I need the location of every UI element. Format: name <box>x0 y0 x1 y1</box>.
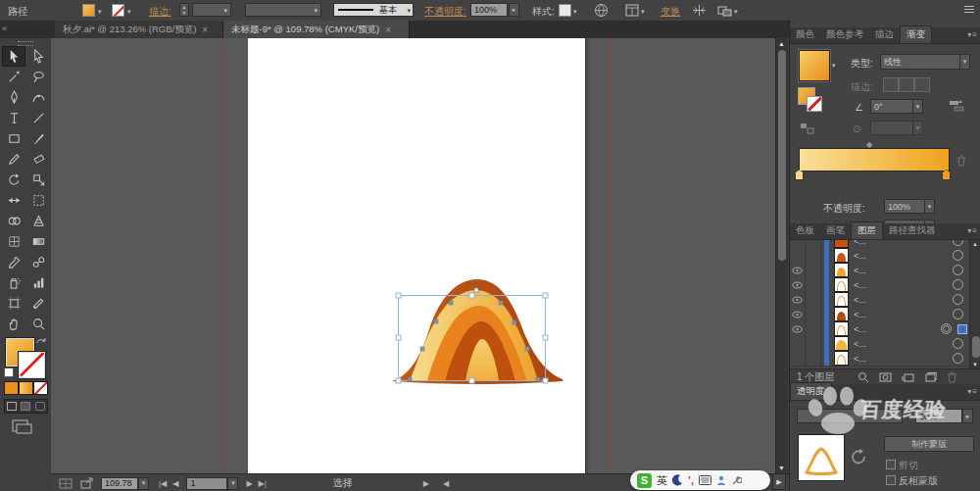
default-fill-stroke-icon[interactable] <box>4 368 14 377</box>
opacity-input[interactable]: 100% <box>470 3 508 17</box>
sogou-logo-icon[interactable]: S <box>637 473 652 488</box>
layer-target-icon[interactable] <box>953 250 963 261</box>
tool-pencil[interactable] <box>2 149 25 170</box>
ime-expand-icon[interactable]: ▶ <box>772 473 786 490</box>
artboard-number-dropdown[interactable]: ▾ <box>227 477 238 490</box>
tool-blend[interactable] <box>26 252 50 272</box>
tool-eyedropper[interactable] <box>2 252 25 272</box>
selection-handle[interactable] <box>396 335 401 340</box>
zoom-level-input[interactable]: 109.78 <box>101 477 138 490</box>
clip-checkbox[interactable] <box>886 460 896 469</box>
tool-paintbrush[interactable] <box>26 128 50 149</box>
layer-row[interactable]: <... <box>790 321 969 337</box>
gradient-swatch[interactable] <box>799 50 830 81</box>
selection-handle[interactable] <box>543 378 548 383</box>
selection-handle[interactable] <box>469 293 474 298</box>
panel-menu-icon[interactable]: ▾≡ <box>967 387 978 396</box>
brush-definition-select[interactable]: 基本 ▾ <box>333 3 414 17</box>
scroll-up-icon[interactable]: ▲ <box>972 241 978 247</box>
tool-line-segment[interactable] <box>26 108 50 128</box>
tool-curvature[interactable] <box>26 87 50 108</box>
layer-target-icon[interactable] <box>953 240 963 246</box>
prev-artboard-icon[interactable]: ◀ <box>172 479 178 488</box>
swap-fill-stroke-icon[interactable] <box>35 336 47 346</box>
invert-mask-checkbox[interactable] <box>886 475 896 485</box>
type-select[interactable]: 线性 <box>880 54 960 70</box>
selection-handle[interactable] <box>543 335 548 340</box>
tool-scale[interactable] <box>26 170 50 190</box>
aspect-ratio-dropdown[interactable]: ▾ <box>912 121 923 135</box>
tab-brushes[interactable]: 画笔 <box>820 222 851 239</box>
gradient-opacity-dropdown[interactable]: ▾ <box>924 199 935 214</box>
hscroll-right-icon[interactable]: ▶ <box>423 479 429 488</box>
tab-swatches[interactable]: 色板 <box>790 222 820 239</box>
layer-target-icon[interactable] <box>953 294 963 305</box>
aspect-ratio-input[interactable] <box>870 121 913 135</box>
style-swatch[interactable] <box>559 4 571 17</box>
tool-column-graph[interactable] <box>26 272 50 293</box>
last-artboard-icon[interactable]: ▶| <box>259 479 267 488</box>
layer-row[interactable]: <... <box>790 248 969 264</box>
style-dropdown-arrow[interactable]: ▾ <box>573 8 577 15</box>
tab-transparency[interactable]: 透明度 <box>790 382 832 400</box>
scroll-down-icon[interactable]: ▼ <box>778 465 785 471</box>
opacity-link[interactable]: 不透明度: <box>424 5 466 19</box>
type-select-arrow[interactable]: ▾ <box>959 54 970 70</box>
layer-row[interactable]: <... <box>790 292 969 308</box>
ime-toolbar[interactable]: S 英 ’, <box>630 470 770 490</box>
selection-handle[interactable] <box>469 378 474 383</box>
first-artboard-icon[interactable]: |◀ <box>159 479 167 488</box>
selection-handle[interactable] <box>396 378 401 383</box>
tool-direct-selection[interactable] <box>26 46 50 67</box>
tab-color[interactable]: 颜色 <box>790 26 820 43</box>
tool-gradient[interactable] <box>26 231 50 252</box>
ime-profile-icon[interactable] <box>716 475 726 486</box>
tool-lasso[interactable] <box>26 67 50 87</box>
tab-stroke[interactable]: 描边 <box>869 26 900 43</box>
screen-mode-icon[interactable] <box>12 418 33 434</box>
make-mask-button[interactable]: 制作蒙版 <box>884 436 974 452</box>
new-sublayer-icon[interactable] <box>902 371 914 383</box>
stroke-across-icon[interactable] <box>914 77 930 92</box>
tool-rectangle[interactable] <box>2 128 25 149</box>
gradient-opacity-input[interactable]: 100% <box>884 199 925 214</box>
tab-color-guide[interactable]: 颜色参考 <box>820 26 869 43</box>
layer-row[interactable]: <... <box>790 277 969 293</box>
new-layer-icon[interactable] <box>924 371 937 383</box>
layer-target-icon[interactable] <box>941 323 952 334</box>
ime-punctuation-icon[interactable]: ’, <box>688 474 694 486</box>
scrollbar-thumb[interactable] <box>972 336 980 358</box>
shape-options-icon[interactable] <box>717 4 732 17</box>
ime-language-indicator[interactable]: 英 <box>657 473 667 488</box>
stroke-weight-stepper[interactable]: ▲▼ <box>179 3 189 17</box>
stroke-weight-select[interactable]: ▾ <box>192 3 231 17</box>
artboard[interactable] <box>248 38 585 473</box>
draw-behind-icon[interactable] <box>21 402 30 411</box>
tool-magic-wand[interactable] <box>2 67 25 87</box>
anchor-point-selected[interactable] <box>474 288 478 292</box>
tool-hand[interactable] <box>2 314 25 334</box>
hscroll-left-icon[interactable]: ◀ <box>443 479 449 488</box>
ime-keyboard-icon[interactable] <box>699 475 711 485</box>
draw-inside-icon[interactable] <box>35 402 45 411</box>
ime-settings-wrench-icon[interactable] <box>731 475 742 486</box>
doc-tab-close-icon[interactable]: × <box>202 25 208 35</box>
tool-artboard[interactable] <box>2 293 25 314</box>
layer-target-icon[interactable] <box>953 265 963 275</box>
tool-slice[interactable] <box>26 293 50 314</box>
fill-dropdown-arrow[interactable]: ▾ <box>98 8 102 15</box>
tool-type[interactable] <box>2 108 25 128</box>
tool-mesh[interactable] <box>2 231 25 252</box>
layer-row[interactable]: <... <box>790 263 969 278</box>
share-icon[interactable] <box>80 477 93 489</box>
width-profile-select[interactable]: ▾ <box>245 3 321 17</box>
tab-layers[interactable]: 图层 <box>851 221 883 239</box>
fill-color-swatch[interactable] <box>82 4 95 17</box>
gradient-slider[interactable] <box>799 148 950 172</box>
stroke-color-swatch[interactable] <box>112 4 124 17</box>
tool-width[interactable] <box>2 190 25 211</box>
layer-target-icon[interactable] <box>953 353 963 364</box>
tool-free-transform[interactable] <box>26 190 50 211</box>
tool-perspective-grid[interactable] <box>26 211 50 231</box>
selection-handle[interactable] <box>396 293 401 298</box>
